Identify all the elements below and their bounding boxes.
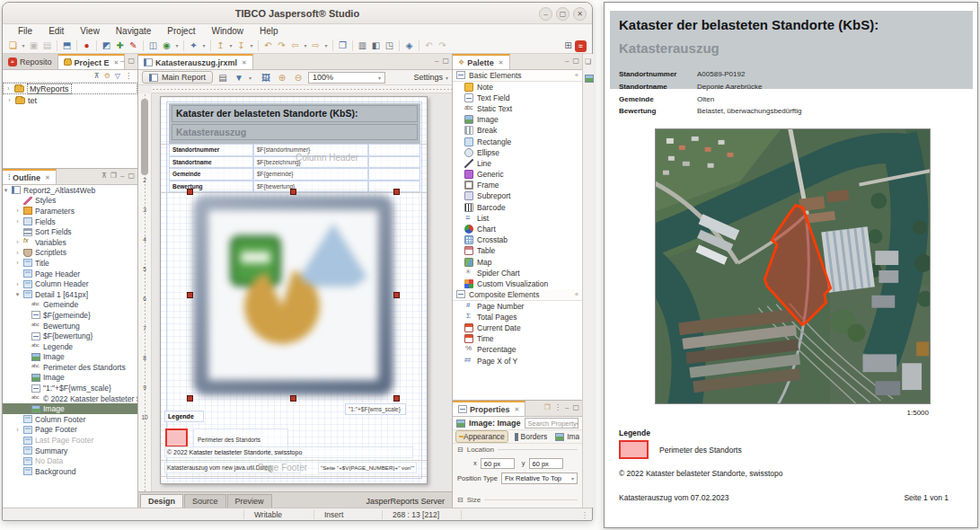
map-image-element[interactable]	[190, 192, 396, 398]
title-band[interactable]: Kataster der belasteten Standorte (KbS):…	[169, 103, 420, 144]
dropdown-icon[interactable]: ▾	[322, 40, 330, 52]
menu-item[interactable]: Navigate	[108, 24, 159, 38]
report-page[interactable]: Kataster der belasteten Standorte (KbS):…	[160, 96, 428, 484]
menu-item[interactable]: Edit	[40, 24, 72, 38]
publish-icon[interactable]: ⬒	[60, 40, 74, 52]
tab-properties[interactable]: Properties ✕	[453, 401, 525, 416]
maximize-icon[interactable]: ▢	[572, 403, 579, 411]
collapse-icon[interactable]: ⊟	[457, 446, 464, 454]
palette-item[interactable]: Generic	[453, 169, 582, 180]
tab-project-explorer[interactable]: Project E ✕	[58, 54, 126, 69]
collapse-all-icon[interactable]: ⊼	[94, 72, 100, 80]
tab-appearance[interactable]: Appearance	[455, 430, 508, 443]
outline-item[interactable]: ▾ Report2_Altlast4Web	[3, 185, 137, 196]
editor-mode-tab[interactable]: Source	[184, 494, 226, 508]
palette-item[interactable]: Total Pages	[453, 312, 582, 322]
close-icon[interactable]: ✕	[515, 406, 520, 413]
previous-edit-icon[interactable]: ↶	[422, 40, 436, 52]
palette-item[interactable]: Static Text	[453, 103, 582, 114]
menu-item[interactable]: Help	[252, 24, 287, 38]
dataset-edit-icon[interactable]: ✎	[127, 40, 140, 52]
titlebar[interactable]: TIBCO Jaspersoft® Studio – ▢ ✕	[3, 3, 592, 24]
design-canvas[interactable]: Kataster der belasteten Standorte (KbS):…	[152, 93, 452, 491]
menu-item[interactable]: Project	[159, 24, 203, 38]
close-icon[interactable]: ✕	[114, 59, 119, 66]
palette-item[interactable]: Line	[453, 158, 582, 169]
export-icon[interactable]: ↧	[234, 40, 248, 52]
outline-item[interactable]: › Title	[3, 258, 137, 269]
new-view-icon[interactable]: ❐	[544, 403, 551, 411]
outline-item[interactable]: Page Header	[3, 269, 137, 279]
pin-editor-icon[interactable]: ◧	[369, 40, 383, 52]
tab-palette[interactable]: ❖ Palette ✕	[453, 54, 510, 69]
outline-item[interactable]: › Variables	[3, 237, 137, 248]
palette-item[interactable]: Rectangle	[453, 136, 582, 146]
minimize-icon[interactable]: –	[565, 57, 569, 65]
selection-handle[interactable]	[393, 292, 400, 298]
scrollbar-thumb[interactable]	[141, 99, 148, 175]
palette-item[interactable]: Time	[453, 333, 582, 344]
tab-outline[interactable]: ⫶ Outline ✕	[3, 169, 57, 184]
palette-item[interactable]: Barcode	[453, 202, 582, 213]
selection-handle[interactable]	[290, 395, 296, 402]
redo-icon[interactable]: ↷	[275, 40, 288, 52]
export-icon[interactable]: ▼	[233, 73, 245, 83]
menu-item[interactable]: File	[10, 24, 40, 38]
jaspersoft-perspective-icon[interactable]: ≈	[575, 40, 587, 52]
maximize-icon[interactable]: ▢	[442, 57, 449, 65]
outline-item[interactable]: Image	[3, 373, 137, 384]
datasource-icon[interactable]: ◫	[146, 40, 160, 52]
save-icon[interactable]: ▣	[27, 40, 40, 52]
debug-icon[interactable]: ●	[80, 40, 93, 52]
outline-item[interactable]: › Page Footer	[3, 425, 137, 436]
maximize-icon[interactable]: ▢	[128, 57, 135, 65]
selection-handle[interactable]	[290, 189, 296, 195]
outline-item[interactable]: Image	[3, 352, 137, 363]
palette-item[interactable]: Custom Visualization	[453, 278, 582, 289]
outline-item[interactable]: $F{bewertung}	[3, 331, 137, 341]
outline-item[interactable]: Background	[3, 466, 137, 477]
outline-item[interactable]: Perimeter des Standorts	[3, 362, 137, 373]
editor-mode-tab[interactable]: Preview	[227, 494, 272, 508]
palette-item[interactable]: Image	[453, 114, 582, 125]
open-perspective-icon[interactable]: ⊞	[561, 40, 575, 52]
view-menu-icon[interactable]: ⋮	[554, 403, 561, 411]
view-menu-icon[interactable]: ⋮	[125, 72, 132, 80]
link-icon[interactable]: ❐	[110, 172, 117, 180]
main-report-button[interactable]: Main Report	[142, 71, 213, 84]
outline-item[interactable]: › Parameters	[3, 206, 137, 216]
zoom-level-combo[interactable]: 100% ▾	[308, 72, 385, 84]
outline-item[interactable]: › Column Header	[3, 278, 137, 289]
outline-item[interactable]: ▾ Detail 1 [641px]	[3, 289, 137, 300]
outline-item[interactable]: Styles	[3, 196, 137, 207]
palette-item[interactable]: Subreport	[453, 190, 582, 201]
collapse-icon[interactable]: «	[575, 72, 582, 78]
settings-button[interactable]: Settings ▾	[413, 73, 448, 82]
minimize-icon[interactable]: –	[120, 57, 124, 65]
palette-item[interactable]: Page Number	[453, 301, 582, 312]
dropdown-icon[interactable]: ▾	[200, 40, 207, 52]
palette-item[interactable]: Percentage	[453, 344, 582, 355]
back-icon[interactable]: ⇦	[288, 40, 302, 52]
design-title1[interactable]: Kataster der belasteten Standorte (KbS):	[172, 105, 418, 122]
design-legend-label[interactable]: Legende	[164, 411, 204, 422]
design-legend-swatch[interactable]	[165, 428, 188, 447]
collapse-icon[interactable]: ⊟	[457, 496, 464, 504]
close-icon[interactable]: ✕	[573, 7, 587, 21]
minimize-icon[interactable]: –	[120, 172, 124, 180]
palette-item[interactable]: Crosstab	[453, 234, 582, 245]
y-input[interactable]: 60 px	[529, 458, 563, 469]
outline-item[interactable]: Image	[3, 403, 137, 414]
bands-icon[interactable]: ▤	[216, 73, 229, 83]
undo-icon[interactable]: ↶	[261, 40, 275, 52]
outline-item[interactable]: Sort Fields	[3, 226, 137, 237]
design-title2[interactable]: Katasterauszug	[172, 124, 418, 140]
palette-section-composite[interactable]: Composite Elements «	[453, 289, 582, 301]
maximize-icon[interactable]: ▢	[128, 172, 135, 180]
palette-item[interactable]: Chart	[453, 224, 582, 234]
selection-handle[interactable]	[187, 189, 193, 195]
outline-item[interactable]: No Data	[3, 455, 137, 466]
palette-item[interactable]: Spider Chart	[453, 268, 582, 278]
editor-mode-tab[interactable]: Design	[140, 494, 183, 508]
new-window-icon[interactable]: ❐	[336, 40, 349, 52]
